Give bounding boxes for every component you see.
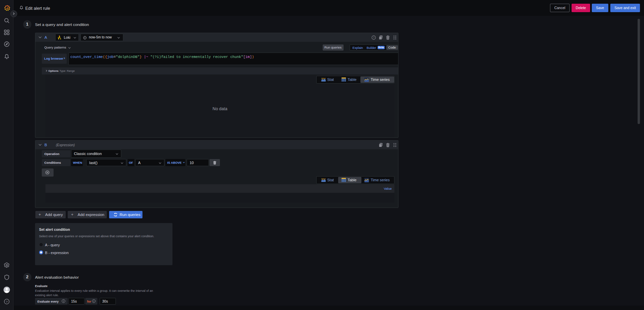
svg-text:?: ? [6, 300, 7, 304]
svg-text:12.4: 12.4 [321, 178, 325, 180]
svg-text:12.4: 12.4 [321, 78, 325, 80]
svg-text:?: ? [373, 36, 374, 39]
